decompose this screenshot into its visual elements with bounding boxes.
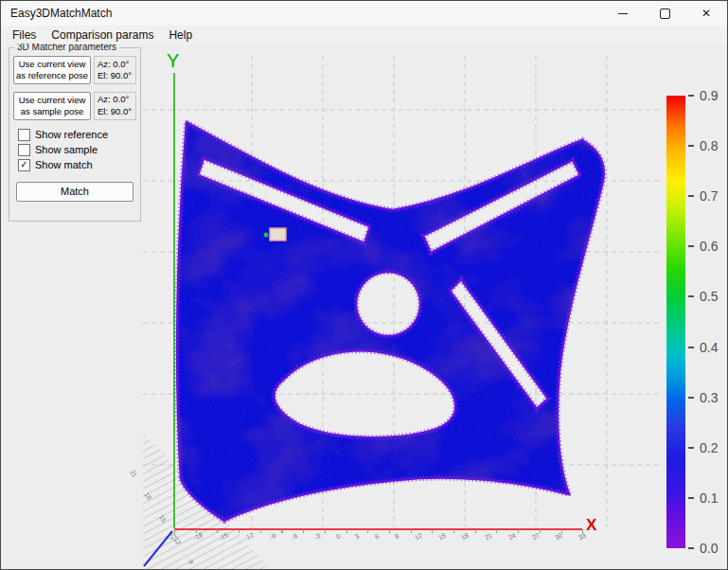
viewport-3d[interactable]: Y X -21-18-15-12-9-6-3036912151821242730… bbox=[1, 44, 727, 569]
app-window: Easy3DMatchMatch ✕ FilesComparison param… bbox=[0, 0, 728, 570]
panel-title: 3D Matcher parameters bbox=[14, 44, 119, 52]
sample-pose-row: Use current view as sample pose Az: 0.0°… bbox=[13, 92, 136, 120]
checkbox-box: ✓ bbox=[18, 159, 30, 171]
colorbar-tick-label: 0.2 bbox=[688, 441, 718, 455]
reference-pose-readout: Az: 0.0° El: 90.0° bbox=[94, 56, 136, 84]
match-button[interactable]: Match bbox=[16, 182, 133, 202]
sample-pose-readout: Az: 0.0° El: 90.0° bbox=[94, 92, 136, 120]
x-tick-label: 30 bbox=[554, 532, 563, 542]
close-icon: ✕ bbox=[701, 8, 711, 19]
part-point-cloud bbox=[177, 122, 604, 521]
colorbar-tick-label: 0.4 bbox=[688, 340, 718, 354]
show-reference-checkbox[interactable]: Show reference bbox=[18, 129, 140, 141]
reference-el-value: El: 90.0° bbox=[98, 70, 133, 81]
x-tick-label: 0 bbox=[334, 532, 341, 540]
checkbox-label: Show reference bbox=[35, 129, 108, 140]
y-axis-label: Y bbox=[167, 50, 179, 72]
x-tick-label: 27 bbox=[530, 532, 540, 542]
checkbox-box bbox=[18, 144, 30, 156]
use-sample-pose-button[interactable]: Use current view as sample pose bbox=[13, 92, 91, 120]
minimize-button[interactable] bbox=[602, 1, 644, 26]
menu-item[interactable]: Help bbox=[161, 27, 200, 44]
sample-az-value: Az: 0.0° bbox=[98, 94, 133, 105]
colorbar-tick-label: 0.7 bbox=[688, 188, 718, 203]
colorbar-tick-label: 0.9 bbox=[688, 88, 718, 102]
minimize-icon bbox=[618, 13, 628, 14]
colorbar-tick-label: 0.8 bbox=[688, 138, 718, 152]
colorbar-tick-label: 0.3 bbox=[688, 390, 718, 404]
window-title: Easy3DMatchMatch bbox=[1, 7, 112, 20]
x-tick-label: 18 bbox=[460, 532, 470, 542]
colorbar-tick-label: 0.6 bbox=[688, 240, 718, 254]
maximize-button[interactable] bbox=[644, 1, 685, 26]
matcher-panel: 3D Matcher parameters Use current view a… bbox=[9, 47, 141, 222]
colorbar-tick-label: 0.1 bbox=[688, 491, 718, 506]
use-reference-pose-button[interactable]: Use current view as reference pose bbox=[13, 56, 91, 84]
show-options: Show reference Show sample ✓ Show match bbox=[9, 129, 140, 171]
x-axis-label: X bbox=[586, 516, 596, 535]
colorbar-gradient bbox=[666, 96, 685, 548]
menu-item[interactable]: Files bbox=[5, 27, 44, 44]
colorbar-labels: 0.90.80.70.60.50.40.30.20.10.0 bbox=[688, 88, 718, 556]
x-tick-label: -6 bbox=[291, 532, 299, 541]
x-tick-label: 24 bbox=[507, 532, 517, 542]
menubar: FilesComparison paramsHelp bbox=[1, 26, 727, 45]
x-tick-label: 21 bbox=[484, 532, 493, 542]
maximize-icon bbox=[660, 9, 670, 19]
x-tick-label: 3 bbox=[354, 532, 361, 540]
colorbar-tick-label: 0.0 bbox=[688, 542, 718, 556]
checkmark-icon: ✓ bbox=[20, 160, 27, 169]
x-tick-label: 9 bbox=[394, 532, 400, 540]
titlebar: Easy3DMatchMatch ✕ bbox=[1, 1, 727, 27]
z-tick-label: 9 bbox=[187, 559, 195, 565]
x-tick-label: -9 bbox=[269, 532, 277, 541]
x-tick-label: 15 bbox=[437, 532, 447, 542]
checkbox-label: Show match bbox=[35, 159, 93, 170]
x-tick-label: -3 bbox=[312, 532, 321, 541]
show-match-checkbox[interactable]: ✓ Show match bbox=[18, 159, 140, 171]
show-sample-checkbox[interactable]: Show sample bbox=[18, 144, 140, 156]
window-controls: ✕ bbox=[602, 1, 727, 26]
checkbox-label: Show sample bbox=[35, 144, 98, 155]
colorbar-tick-label: 0.5 bbox=[688, 290, 718, 304]
reference-pose-row: Use current view as reference pose Az: 0… bbox=[13, 56, 136, 84]
x-tick-label: 12 bbox=[414, 532, 423, 542]
menu-item[interactable]: Comparison params bbox=[44, 27, 161, 44]
sample-el-value: El: 90.0° bbox=[98, 106, 133, 117]
reference-az-value: Az: 0.0° bbox=[98, 59, 133, 70]
x-tick-label: 6 bbox=[374, 532, 381, 540]
x-tick-label: 33 bbox=[577, 532, 587, 542]
checkbox-box bbox=[18, 129, 30, 141]
x-axis-ticks: -21-18-15-12-9-6-303691215182124273033 bbox=[168, 533, 586, 540]
close-button[interactable]: ✕ bbox=[685, 1, 727, 26]
